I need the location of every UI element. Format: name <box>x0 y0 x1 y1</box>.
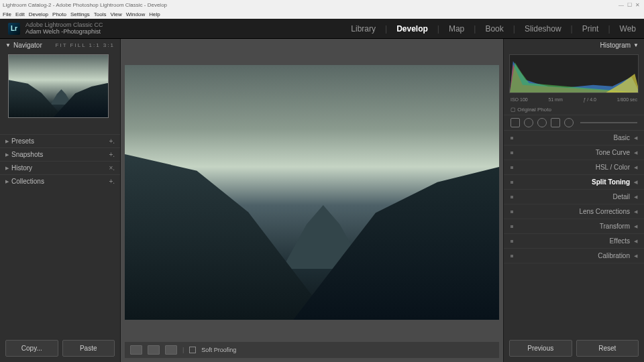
menu-view[interactable]: View <box>111 11 122 17</box>
identity-plate: Adobe Lightroom Classic CC Adam Welch -P… <box>25 22 103 36</box>
panel-split-toning[interactable]: Split Toning◀ <box>504 175 644 190</box>
reset-button[interactable]: Reset <box>576 340 639 357</box>
bottom-toolbar: | Soft Proofing <box>125 342 499 358</box>
right-panel: Histogram ▼ ISO 100 51 mm ƒ / 4.0 1/800 … <box>503 39 644 362</box>
main-photo[interactable] <box>125 65 499 320</box>
identity-line2: Adam Welch -Photographist <box>25 29 103 36</box>
chevron-right-icon: ▶ <box>5 166 9 171</box>
copy-button[interactable]: Copy... <box>5 340 58 357</box>
navigator-header[interactable]: ▼ Navigator FIT FILL 1:1 3:1 <box>0 39 120 52</box>
chevron-down-icon: ▼ <box>633 42 639 48</box>
radial-tool-icon[interactable] <box>564 118 574 127</box>
before-after-icon[interactable] <box>148 345 160 355</box>
module-print[interactable]: Print <box>582 24 599 34</box>
panel-calibration[interactable]: Calibration◀ <box>504 249 644 263</box>
hist-shutter: 1/800 sec <box>617 97 637 102</box>
module-book[interactable]: Book <box>485 24 503 34</box>
center-canvas: | Soft Proofing <box>121 39 503 362</box>
menu-window[interactable]: Window <box>126 11 145 17</box>
gradient-tool-icon[interactable] <box>551 118 560 127</box>
section-presets[interactable]: ▶Presets+. <box>0 134 120 147</box>
spot-tool-icon[interactable] <box>524 118 533 127</box>
original-photo-label[interactable]: ▢ Original Photo <box>504 105 644 115</box>
panel-detail[interactable]: Detail◀ <box>504 190 644 204</box>
navigator-title: Navigator <box>13 42 42 49</box>
menu-bar: File Edit Develop Photo Settings Tools V… <box>0 9 644 19</box>
navigator-zoom[interactable]: FIT FILL 1:1 3:1 <box>56 42 115 48</box>
panel-tone-curve[interactable]: Tone Curve◀ <box>504 145 644 160</box>
panel-lens-corrections[interactable]: Lens Corrections◀ <box>504 204 644 219</box>
module-picker: Library| Develop| Map| Book| Slideshow| … <box>351 24 636 34</box>
histogram-header[interactable]: Histogram ▼ <box>504 39 644 52</box>
section-history[interactable]: ▶History×. <box>0 161 120 174</box>
hist-iso: ISO 100 <box>511 97 528 102</box>
loupe-view-icon[interactable] <box>130 345 142 355</box>
chevron-right-icon: ▶ <box>5 179 9 184</box>
navigator-thumbnail[interactable] <box>8 54 109 118</box>
histogram-title: Histogram <box>600 42 631 49</box>
menu-tools[interactable]: Tools <box>94 11 107 17</box>
hist-aperture: ƒ / 4.0 <box>583 97 596 102</box>
soft-proof-label: Soft Proofing <box>201 347 236 353</box>
module-web[interactable]: Web <box>620 24 636 34</box>
module-develop[interactable]: Develop <box>396 24 428 34</box>
hist-focal: 51 mm <box>548 97 562 102</box>
panel-hsl-color[interactable]: HSL / Color◀ <box>504 160 644 175</box>
module-map[interactable]: Map <box>449 24 464 34</box>
mask-slider[interactable] <box>580 122 637 123</box>
window-title: Lightroom Catalog-2 - Adobe Photoshop Li… <box>3 2 167 8</box>
lightroom-logo-icon: Lr <box>8 23 20 35</box>
app-header: Lr Adobe Lightroom Classic CC Adam Welch… <box>0 19 644 39</box>
grid-view-icon[interactable] <box>165 345 177 355</box>
panel-basic[interactable]: Basic◀ <box>504 131 644 145</box>
menu-settings[interactable]: Settings <box>70 11 90 17</box>
left-panel: ▼ Navigator FIT FILL 1:1 3:1 ▶Presets+. … <box>0 39 121 362</box>
panel-transform[interactable]: Transform◀ <box>504 219 644 234</box>
maximize-icon[interactable]: ☐ <box>625 2 633 8</box>
window-titlebar: Lightroom Catalog-2 - Adobe Photoshop Li… <box>0 0 644 9</box>
histogram-info: ISO 100 51 mm ƒ / 4.0 1/800 sec <box>504 96 644 105</box>
paste-button[interactable]: Paste <box>62 340 115 357</box>
menu-help[interactable]: Help <box>149 11 160 17</box>
previous-button[interactable]: Previous <box>509 340 572 357</box>
crop-tool-icon[interactable] <box>511 118 520 127</box>
panel-effects[interactable]: Effects◀ <box>504 234 644 249</box>
menu-photo[interactable]: Photo <box>52 11 66 17</box>
soft-proof-checkbox[interactable] <box>189 347 196 353</box>
chevron-down-icon: ▼ <box>5 42 11 48</box>
module-slideshow[interactable]: Slideshow <box>525 24 561 34</box>
histogram-display[interactable] <box>509 54 639 93</box>
minimize-icon[interactable]: — <box>617 2 625 8</box>
menu-edit[interactable]: Edit <box>15 11 25 17</box>
module-library[interactable]: Library <box>351 24 376 34</box>
redeye-tool-icon[interactable] <box>537 118 547 127</box>
tool-strip <box>504 115 644 131</box>
chevron-right-icon: ▶ <box>5 152 9 158</box>
menu-file[interactable]: File <box>3 11 11 17</box>
menu-develop[interactable]: Develop <box>29 11 48 17</box>
section-snapshots[interactable]: ▶Snapshots+. <box>0 147 120 161</box>
close-icon[interactable]: ✕ <box>633 2 641 8</box>
section-collections[interactable]: ▶Collections+. <box>0 174 120 188</box>
chevron-right-icon: ▶ <box>5 139 9 144</box>
